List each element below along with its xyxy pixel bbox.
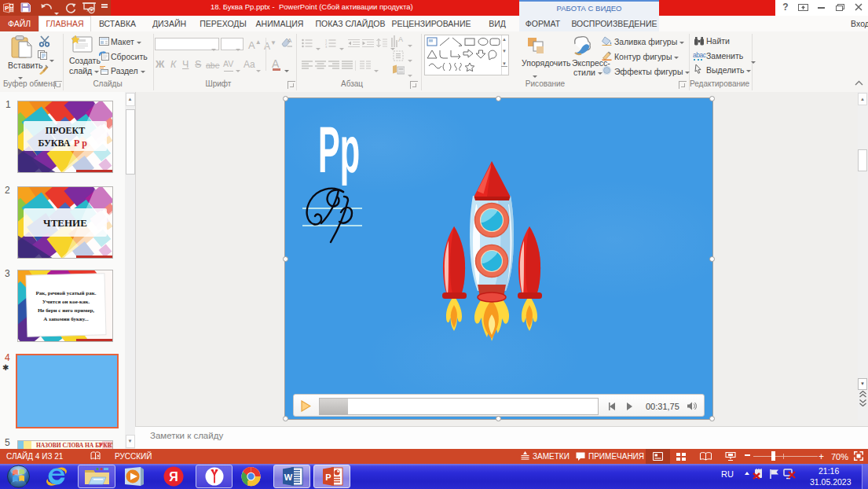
svg-text:Я: Я	[169, 470, 178, 483]
svg-text:A: A	[398, 35, 403, 43]
svg-text:ЧТЕНИЕ: ЧТЕНИЕ	[43, 217, 87, 229]
svg-text:Не бери с него пример,: Не бери с него пример,	[38, 307, 94, 314]
svg-text:ПРОЕКТ: ПРОЕКТ	[46, 125, 86, 136]
svg-text:P: P	[5, 5, 9, 12]
svg-text:БУКВА: БУКВА	[38, 138, 71, 149]
svg-text:A: A	[288, 37, 292, 44]
svg-text:А запомни букву...: А запомни букву...	[43, 316, 89, 322]
svg-text:W: W	[284, 472, 293, 482]
svg-text:3: 3	[325, 45, 328, 49]
svg-text:P: P	[325, 472, 331, 482]
svg-text:Учится он кое-как.: Учится он кое-как.	[42, 299, 90, 305]
svg-text:Рак, речной усатый рак.: Рак, речной усатый рак.	[35, 290, 96, 296]
svg-text:Р: Р	[99, 442, 103, 449]
svg-text:Р р: Р р	[74, 138, 87, 149]
